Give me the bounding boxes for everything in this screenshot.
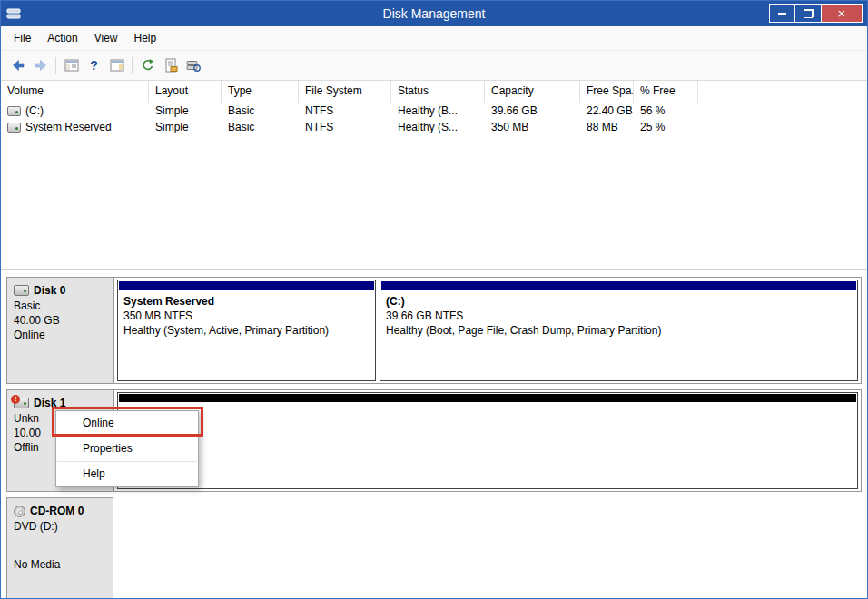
disk-name: Disk 0 [34, 283, 65, 298]
context-menu-item-help[interactable]: Help [56, 462, 198, 486]
column-header-free-space[interactable]: Free Spa... [580, 81, 634, 103]
column-header-type[interactable]: Type [222, 81, 299, 103]
free-space-cell: 88 MB [580, 119, 634, 135]
partition-size: 39.66 GB NTFS [386, 309, 852, 323]
back-icon[interactable] [6, 54, 29, 77]
menu-bar: File Action View Help [1, 26, 867, 51]
volume-row-system-reserved[interactable]: System Reserved Simple Basic NTFS Health… [1, 119, 867, 135]
status-cell: Healthy (B... [391, 103, 485, 119]
cdrom-0-row: CD-ROM 0 DVD (D:) No Media [6, 497, 862, 599]
rescan-disks-icon[interactable] [182, 54, 204, 77]
offline-disk-icon [14, 398, 29, 408]
disk-name: Disk 1 [34, 396, 65, 410]
menu-file[interactable]: File [5, 27, 39, 49]
context-menu-item-online[interactable]: Online [56, 411, 198, 436]
disk-status: Online [14, 328, 107, 342]
percent-free-cell: 25 % [634, 119, 698, 135]
disk-0-regions: System Reserved 350 MB NTFS Healthy (Sys… [114, 278, 861, 383]
file-system-cell: NTFS [299, 119, 391, 135]
status-cell: Healthy (S... [391, 119, 485, 135]
partition-size: 350 MB NTFS [123, 309, 370, 323]
layout-cell: Simple [149, 103, 222, 119]
minimize-button[interactable] [769, 4, 795, 23]
cdrom-icon [14, 506, 25, 517]
disk-size: 40.00 GB [14, 313, 107, 328]
disk-properties-icon[interactable] [159, 54, 182, 77]
column-header-layout[interactable]: Layout [149, 81, 222, 103]
cdrom-0-regions [113, 497, 862, 599]
layout-cell: Simple [149, 119, 222, 135]
disk-type: Basic [14, 299, 107, 313]
toolbar-separator [132, 57, 133, 74]
volume-row-c[interactable]: (C:) Simple Basic NTFS Healthy (B... 39.… [1, 103, 867, 119]
column-header-status[interactable]: Status [391, 81, 485, 103]
column-header-capacity[interactable]: Capacity [485, 81, 580, 103]
show-console-tree-icon[interactable] [60, 54, 83, 77]
window-controls: × [769, 4, 863, 23]
partition-system-reserved[interactable]: System Reserved 350 MB NTFS Healthy (Sys… [117, 280, 376, 381]
partition-c[interactable]: (C:) 39.66 GB NTFS Healthy (Boot, Page F… [380, 280, 858, 381]
refresh-icon[interactable] [136, 54, 159, 77]
cdrom-0-label[interactable]: CD-ROM 0 DVD (D:) No Media [6, 497, 113, 599]
close-button[interactable]: × [822, 4, 863, 23]
context-menu-item-properties[interactable]: Properties [56, 437, 198, 461]
unallocated-region[interactable] [117, 392, 858, 489]
column-header-filler [698, 81, 867, 103]
type-cell: Basic [222, 119, 299, 135]
disk-0-row: Disk 0 Basic 40.00 GB Online System Rese… [6, 277, 862, 384]
volume-icon [7, 123, 21, 133]
partition-status: Healthy (Boot, Page File, Crash Dump, Pr… [386, 323, 852, 338]
partition-color-bar [119, 281, 374, 290]
partition-title: (C:) [386, 294, 852, 309]
disk-management-window: Disk Management × File Action View Help … [0, 0, 868, 599]
capacity-cell: 350 MB [485, 119, 580, 135]
disk-status: No Media [14, 557, 106, 572]
menu-action[interactable]: Action [39, 27, 85, 49]
restore-icon [804, 9, 814, 18]
disk-1-regions [114, 390, 861, 491]
minimize-icon [778, 13, 786, 15]
type-cell: Basic [222, 103, 299, 119]
menu-help[interactable]: Help [126, 27, 165, 49]
disk-icon [14, 285, 29, 296]
close-icon: × [838, 6, 846, 20]
free-space-cell: 22.40 GB [580, 103, 634, 119]
volume-icon [7, 106, 21, 116]
volume-name-cell: (C:) [1, 103, 149, 119]
column-header-file-system[interactable]: File System [299, 81, 391, 103]
help-icon[interactable]: ? [83, 54, 105, 77]
disk-name: CD-ROM 0 [30, 504, 84, 518]
window-title: Disk Management [1, 6, 867, 21]
column-header-volume[interactable]: Volume [1, 81, 149, 103]
toolbar-separator [55, 57, 56, 74]
partition-title: System Reserved [123, 294, 370, 309]
disk-context-menu: Online Properties Help [55, 410, 199, 487]
capacity-cell: 39.66 GB [485, 103, 580, 119]
maximize-button[interactable] [795, 4, 822, 23]
forward-icon[interactable] [29, 54, 52, 77]
unallocated-color-bar [119, 394, 856, 402]
file-system-cell: NTFS [299, 103, 391, 119]
column-header-percent-free[interactable]: % Free [634, 81, 698, 103]
volume-name-cell: System Reserved [1, 119, 149, 135]
volume-list-header: Volume Layout Type File System Status Ca… [1, 81, 867, 103]
volume-list: Volume Layout Type File System Status Ca… [1, 81, 867, 270]
partition-color-bar [381, 281, 856, 290]
disk-0-label[interactable]: Disk 0 Basic 40.00 GB Online [7, 278, 114, 383]
titlebar: Disk Management × [1, 1, 867, 26]
toolbar: ? [1, 51, 867, 81]
menu-view[interactable]: View [86, 27, 126, 49]
percent-free-cell: 56 % [634, 103, 698, 119]
partition-status: Healthy (System, Active, Primary Partiti… [123, 323, 370, 338]
show-action-pane-icon[interactable] [105, 54, 128, 77]
disk-type: DVD (D:) [14, 519, 106, 534]
